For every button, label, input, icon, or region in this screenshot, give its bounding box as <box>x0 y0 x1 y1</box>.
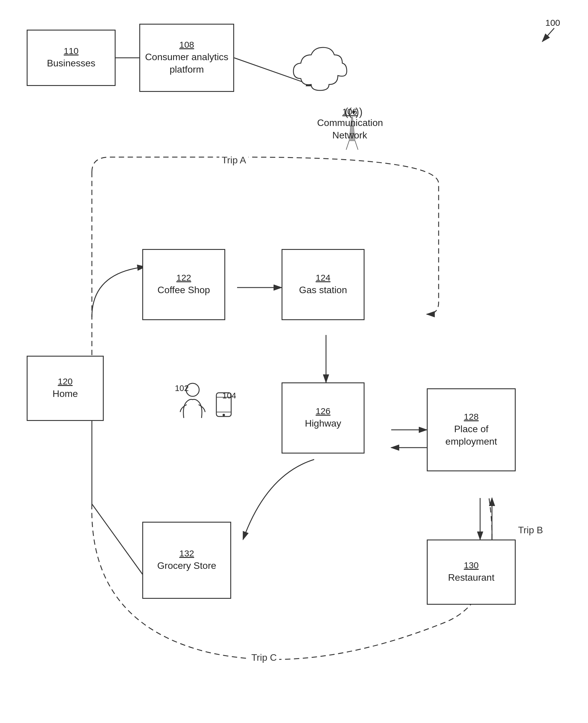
svg-point-21 <box>223 414 225 416</box>
box-analytics: 108 Consumer analytics platform <box>139 24 234 92</box>
employment-label: Place of employment <box>430 423 512 448</box>
gas-number: 124 <box>316 273 331 283</box>
home-label: Home <box>52 388 78 400</box>
grocery-number: 132 <box>179 549 194 558</box>
highway-label: Highway <box>305 417 341 430</box>
coffee-label: Coffee Shop <box>158 284 210 296</box>
box-businesses: 110 Businesses <box>27 29 115 86</box>
businesses-number: 110 <box>64 46 79 56</box>
gas-label: Gas station <box>299 284 347 296</box>
person-ref: 102 <box>175 384 205 393</box>
trip-c-label: Trip C <box>249 652 279 663</box>
box-gas: 124 Gas station <box>281 249 364 320</box>
restaurant-number: 130 <box>464 560 479 570</box>
svg-line-6 <box>346 141 349 150</box>
home-number: 120 <box>58 376 72 387</box>
svg-line-4 <box>234 58 314 86</box>
analytics-number: 108 <box>179 40 194 50</box>
trip-b-label: Trip B <box>516 525 545 536</box>
svg-line-16 <box>542 28 554 41</box>
restaurant-label: Restaurant <box>448 572 495 584</box>
device-icon-container: 104 <box>213 391 234 429</box>
employment-number: 128 <box>464 412 479 422</box>
network-label-container: 106 Communication Network <box>317 107 382 141</box>
box-employment: 128 Place of employment <box>427 388 516 471</box>
device-ref: 104 <box>222 391 243 400</box>
highway-number: 126 <box>316 406 331 416</box>
network-label: Communication Network <box>317 117 382 141</box>
grocery-label: Grocery Store <box>157 560 216 572</box>
box-restaurant: 130 Restaurant <box>427 539 516 605</box>
box-highway: 126 Highway <box>281 383 364 454</box>
box-home: 120 Home <box>27 356 104 421</box>
person-icon-container: 102 <box>178 383 207 432</box>
svg-line-7 <box>355 141 358 150</box>
network-number: 106 <box>317 107 382 117</box>
analytics-label: Consumer analytics platform <box>143 51 230 76</box>
trip-a-label: Trip A <box>219 155 248 166</box>
businesses-label: Businesses <box>47 57 96 70</box>
ref-100-label: 100 <box>545 18 560 28</box>
diagram: ((•)) 10 <box>0 0 588 723</box>
coffee-number: 122 <box>176 273 191 283</box>
box-coffee: 122 Coffee Shop <box>142 249 225 320</box>
box-grocery: 132 Grocery Store <box>142 522 231 599</box>
